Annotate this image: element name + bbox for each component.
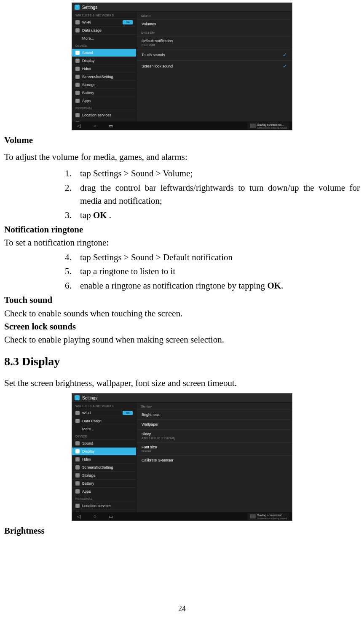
row-title: Sleep	[142, 432, 151, 436]
sidebar-item-label: Hdmi	[82, 457, 91, 461]
camera-icon	[75, 75, 80, 79]
sidebar-item-label: Apps	[82, 99, 91, 103]
sidebar-item-display[interactable]: Display	[72, 57, 136, 65]
sidebar-item-label: Sound	[82, 51, 93, 55]
sidebar-category: DEVICE	[72, 433, 136, 439]
heading-display: 8.3 Display	[4, 355, 360, 368]
sidebar-item-data-usage[interactable]: Data usage	[72, 417, 136, 425]
storage-icon	[75, 83, 80, 87]
sidebar-item-apps[interactable]: Apps	[72, 487, 136, 495]
notification-steps-list: tap Settings > Sound > Default notificat…	[4, 251, 360, 293]
sidebar-item-sound[interactable]: Sound	[72, 49, 136, 57]
window-titlebar: Settings	[72, 3, 292, 12]
sidebar-item-sound[interactable]: Sound	[72, 439, 136, 447]
settings-icon	[75, 395, 80, 400]
sidebar-category: DEVICE	[72, 42, 136, 49]
heading-touch-sound: Touch sound	[4, 294, 360, 306]
heading-notification-ringtone: Notification ringtone	[4, 224, 360, 236]
back-button[interactable]: ◁	[75, 514, 83, 519]
home-button[interactable]: ○	[91, 123, 99, 128]
recent-apps-button[interactable]: ▭	[107, 514, 115, 519]
system-navbar: ◁ ○ ▭ Saving screenshot... Screenshot is…	[72, 121, 292, 130]
row-brightness[interactable]: Brightness	[136, 410, 292, 419]
heading-brightness: Brightness	[4, 524, 360, 538]
paragraph: To adjust the volume for media, games, a…	[4, 151, 360, 164]
panel-header: SYSTEM	[136, 29, 292, 36]
sidebar-item-location[interactable]: Location services	[72, 502, 136, 510]
row-volumes[interactable]: Volumes	[136, 19, 292, 29]
sound-icon	[75, 441, 80, 445]
sidebar-item-storage[interactable]: Storage	[72, 81, 136, 89]
paragraph: Check to enable sounds when touching the…	[4, 308, 360, 320]
row-title: Wallpaper	[142, 422, 158, 426]
home-button[interactable]: ○	[91, 514, 99, 519]
wifi-icon	[75, 411, 80, 415]
sidebar-item-data-usage[interactable]: Data usage	[72, 26, 136, 34]
paragraph: To set a notification ringtone:	[4, 237, 360, 249]
wifi-switch[interactable]: ON	[123, 20, 133, 24]
sidebar-item-label: Battery	[82, 91, 94, 95]
toast-title: Saving screenshot...	[257, 123, 284, 126]
list-item: tap Settings > Sound > Volume;	[74, 167, 360, 181]
row-screen-lock-sound[interactable]: Screen lock sound ✓	[136, 60, 292, 72]
blank-icon	[75, 36, 80, 40]
check-icon[interactable]: ✓	[283, 52, 287, 58]
hdmi-icon	[75, 67, 80, 71]
sidebar-item-wifi[interactable]: Wi-Fi ON	[72, 409, 136, 417]
row-subtitle: Pixie Dust	[142, 43, 173, 46]
wifi-icon	[75, 20, 80, 24]
screenshot-sound: Settings WIRELESS & NETWORKS Wi-Fi ON Da…	[72, 3, 292, 130]
screenshot-toast: Saving screenshot... Screenshot is being…	[247, 513, 289, 520]
display-icon	[75, 449, 80, 453]
window-titlebar: Settings	[72, 394, 292, 402]
sidebar-item-hdmi[interactable]: Hdmi	[72, 65, 136, 73]
data-usage-icon	[75, 28, 80, 32]
sidebar-item-label: Storage	[82, 473, 96, 478]
row-wallpaper[interactable]: Wallpaper	[136, 419, 292, 429]
sidebar-item-wifi[interactable]: Wi-Fi ON	[72, 18, 136, 26]
sidebar-item-label: Display	[82, 59, 95, 63]
wifi-switch[interactable]: ON	[123, 411, 133, 415]
row-font-size[interactable]: Font size Normal	[136, 442, 292, 455]
sound-icon	[75, 51, 80, 55]
sidebar-item-screenshot-setting[interactable]: ScreenshotSetting	[72, 73, 136, 81]
row-calibrate-g-sensor[interactable]: Calibrate G-sensor	[136, 455, 292, 465]
sidebar-item-battery[interactable]: Battery	[72, 89, 136, 97]
row-title: Brightness	[142, 413, 160, 417]
sidebar-item-label: Display	[82, 449, 95, 453]
battery-icon	[75, 481, 80, 486]
back-button[interactable]: ◁	[75, 123, 83, 129]
recent-apps-button[interactable]: ▭	[107, 123, 115, 129]
sidebar-item-location[interactable]: Location services	[72, 111, 136, 119]
data-usage-icon	[75, 419, 80, 423]
row-sleep[interactable]: Sleep After 1 minute of inactivity	[136, 429, 292, 442]
sidebar-item-label: Battery	[82, 481, 94, 486]
row-default-notification[interactable]: Default notification Pixie Dust	[136, 36, 292, 49]
sidebar-item-hdmi[interactable]: Hdmi	[72, 455, 136, 463]
sidebar-item-battery[interactable]: Battery	[72, 479, 136, 487]
settings-sidebar: WIRELESS & NETWORKS Wi-Fi ON Data usage …	[72, 402, 136, 512]
list-item: tap a ringtone to listen to it	[74, 265, 360, 278]
apps-icon	[75, 99, 80, 103]
sidebar-item-storage[interactable]: Storage	[72, 471, 136, 479]
toast-subtitle: Screenshot is being saved	[257, 517, 287, 520]
screenshot-display: Settings WIRELESS & NETWORKS Wi-Fi ON Da…	[72, 393, 292, 521]
battery-icon	[75, 91, 80, 95]
panel-header: Sound	[136, 12, 292, 19]
row-title: Touch sounds	[142, 53, 165, 57]
volume-steps-list: tap Settings > Sound > Volume; drag the …	[4, 167, 360, 222]
sidebar-item-display[interactable]: Display	[72, 447, 136, 455]
sidebar-item-label: Apps	[82, 489, 91, 494]
sidebar-item-more[interactable]: More...	[72, 425, 136, 433]
location-icon	[75, 113, 80, 117]
sidebar-item-label: More...	[82, 427, 94, 431]
sidebar-item-apps[interactable]: Apps	[72, 97, 136, 105]
check-icon[interactable]: ✓	[283, 63, 287, 69]
sidebar-item-more[interactable]: More...	[72, 34, 136, 42]
list-item: tap OK .	[74, 209, 360, 222]
sidebar-item-label: More...	[82, 36, 94, 40]
text: enable a ringtone as notification ringto…	[80, 281, 267, 291]
sidebar-item-label: ScreenshotSetting	[82, 75, 113, 79]
sidebar-item-screenshot-setting[interactable]: ScreenshotSetting	[72, 463, 136, 471]
row-touch-sounds[interactable]: Touch sounds ✓	[136, 49, 292, 60]
